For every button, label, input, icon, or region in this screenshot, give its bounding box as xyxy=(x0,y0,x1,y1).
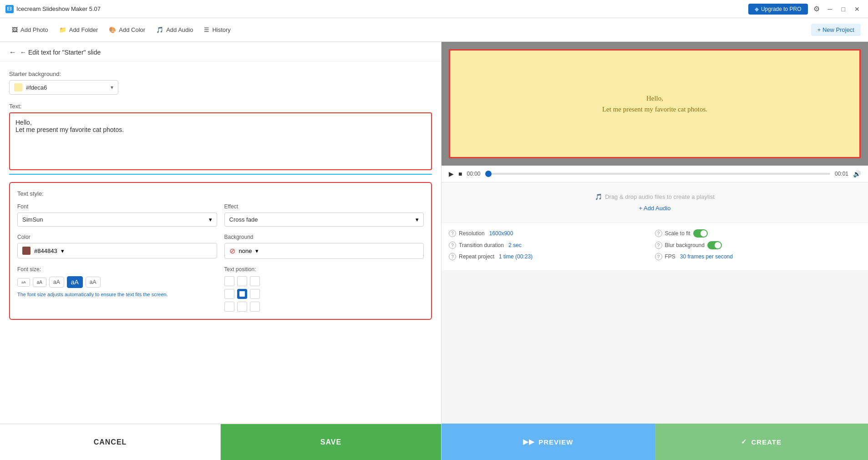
repeat-help[interactable]: ? xyxy=(449,253,456,260)
new-project-button[interactable]: + New Project xyxy=(811,24,861,36)
font-size-xs[interactable]: aA xyxy=(17,278,30,287)
preview-button[interactable]: ▶▶ PREVIEW xyxy=(442,424,655,460)
font-value: SimSun xyxy=(22,216,209,223)
maximize-button[interactable]: □ xyxy=(839,5,848,14)
bg-text-label: Background xyxy=(224,234,424,240)
progress-dot xyxy=(485,171,492,177)
pos-top-right[interactable] xyxy=(250,276,260,286)
cancel-button[interactable]: CANCEL xyxy=(0,424,221,460)
minimize-button[interactable]: ─ xyxy=(825,5,835,14)
settings-section: ? Resolution 1600x900 ? Scale to fit ? T… xyxy=(442,223,868,270)
add-color-button[interactable]: 🎨 Add Color xyxy=(104,24,150,36)
add-folder-button[interactable]: 📁 Add Folder xyxy=(55,24,103,36)
transition-item: ? Transition duration 2 sec xyxy=(449,241,655,249)
app-logo: 🎞 Icecream Slideshow Maker 5.07 xyxy=(5,5,101,13)
dropdown-arrow-icon: ▾ xyxy=(111,84,113,91)
title-bar: 🎞 Icecream Slideshow Maker 5.07 ◆ Upgrad… xyxy=(0,0,868,18)
color-swatch xyxy=(22,247,30,255)
text-input[interactable]: Hello, Let me present my favorite cat ph… xyxy=(10,113,431,168)
no-bg-icon: ⊘ xyxy=(229,247,235,255)
progress-bar[interactable] xyxy=(485,173,830,175)
scale-toggle[interactable] xyxy=(693,229,708,238)
transition-help[interactable]: ? xyxy=(449,242,456,249)
blur-item: ? Blur background xyxy=(655,241,861,249)
background-color-value: #fdeca6 xyxy=(26,84,107,91)
background-section: Starter background: #fdeca6 ▾ xyxy=(9,71,432,95)
bg-arrow: ▾ xyxy=(255,248,259,254)
pos-mid-left[interactable] xyxy=(224,289,234,299)
position-label: Text position: xyxy=(224,266,424,273)
diamond-icon: ◆ xyxy=(755,6,759,12)
stop-button[interactable]: ■ xyxy=(458,170,462,177)
color-dropdown[interactable]: #844843 ▾ xyxy=(17,243,217,258)
save-button[interactable]: SAVE xyxy=(221,424,441,460)
pos-top-left[interactable] xyxy=(224,276,234,286)
font-label: Font xyxy=(17,203,217,210)
blur-help[interactable]: ? xyxy=(655,242,662,249)
settings-button[interactable]: ⚙ xyxy=(813,5,820,13)
background-label: Starter background: xyxy=(9,71,432,77)
effect-value: Cross fade xyxy=(229,216,416,223)
add-audio-button[interactable]: 🎵 Add Audio xyxy=(152,24,198,36)
background-color-dropdown[interactable]: #fdeca6 ▾ xyxy=(9,80,118,95)
back-link[interactable]: ← ← Edit text for "Starter" slide xyxy=(9,48,432,56)
background-color-swatch xyxy=(14,83,22,91)
bg-dropdown[interactable]: ⊘ none ▾ xyxy=(224,243,424,259)
main-layout: ← ← Edit text for "Starter" slide Starte… xyxy=(0,42,868,460)
history-icon: ☰ xyxy=(204,26,209,33)
text-style-box: Text style: Font SimSun ▾ Effect xyxy=(9,182,432,320)
resolution-help[interactable]: ? xyxy=(449,230,456,237)
time-end: 00:01 xyxy=(835,171,848,177)
right-panel: Hello, Let me present my favorite cat ph… xyxy=(442,42,868,460)
history-button[interactable]: ☰ History xyxy=(199,24,235,36)
close-button[interactable]: ✕ xyxy=(852,5,863,14)
add-audio-link[interactable]: + Add Audio xyxy=(449,205,861,212)
play-button[interactable]: ▶ xyxy=(449,170,454,177)
font-size-xl[interactable]: aA xyxy=(86,277,101,288)
font-dropdown[interactable]: SimSun ▾ xyxy=(17,212,217,227)
effect-dropdown-arrow: ▾ xyxy=(416,216,419,223)
blur-toggle[interactable] xyxy=(707,241,722,249)
font-column: Font SimSun ▾ xyxy=(17,203,217,227)
bottom-buttons: CANCEL SAVE xyxy=(0,424,441,460)
left-panel: ← ← Edit text for "Starter" slide Starte… xyxy=(0,42,442,460)
effect-dropdown[interactable]: Cross fade ▾ xyxy=(224,212,424,227)
transition-label: Transition duration xyxy=(459,242,504,248)
text-label: Text: xyxy=(9,103,432,110)
create-button[interactable]: ✓ CREATE xyxy=(655,424,868,460)
pos-top-center[interactable] xyxy=(237,276,247,286)
font-size-lg[interactable]: aA xyxy=(67,276,83,288)
pos-mid-right[interactable] xyxy=(250,289,260,299)
preview-icon: ▶▶ xyxy=(523,438,535,446)
blur-label: Blur background xyxy=(665,242,705,248)
pos-bot-right[interactable] xyxy=(250,302,260,312)
pos-mid-center[interactable] xyxy=(237,289,247,299)
settings-row-1: ? Resolution 1600x900 ? Scale to fit xyxy=(449,229,861,238)
pos-bot-center[interactable] xyxy=(237,302,247,312)
text-style-label: Text style: xyxy=(17,190,424,197)
font-size-label: Font size: xyxy=(17,266,217,273)
upgrade-button[interactable]: ◆ Upgrade to PRO xyxy=(748,4,808,15)
add-photo-button[interactable]: 🖼 Add Photo xyxy=(7,24,53,36)
transition-value: 2 sec xyxy=(508,242,522,248)
app-title: Icecream Slideshow Maker 5.07 xyxy=(16,5,101,12)
audio-placeholder: 🎵 Drag & drop audio files to create a pl… xyxy=(449,193,861,200)
action-buttons: ▶▶ PREVIEW ✓ CREATE xyxy=(442,424,868,460)
pos-bot-left[interactable] xyxy=(224,302,234,312)
volume-icon[interactable]: 🔊 xyxy=(853,170,861,177)
color-hex: #844843 xyxy=(34,248,57,254)
settings-row-3: ? Repeat project 1 time (00:23) ? FPS 30… xyxy=(449,253,861,260)
edit-title: ← Edit text for "Starter" slide xyxy=(20,49,101,56)
scale-help[interactable]: ? xyxy=(655,230,662,237)
toolbar: 🖼 Add Photo 📁 Add Folder 🎨 Add Color 🎵 A… xyxy=(0,18,868,42)
font-size-sm[interactable]: aA xyxy=(33,278,46,287)
create-icon: ✓ xyxy=(741,438,747,446)
font-size-md[interactable]: aA xyxy=(49,277,64,288)
preview-text: Hello, Let me present my favorite cat ph… xyxy=(602,93,707,115)
fps-label: FPS xyxy=(665,253,675,260)
bg-value: none xyxy=(239,248,252,254)
edit-content: Starter background: #fdeca6 ▾ Text: Hell… xyxy=(0,61,441,424)
resolution-item: ? Resolution 1600x900 xyxy=(449,229,655,238)
fps-help[interactable]: ? xyxy=(655,253,662,260)
repeat-value: 1 time (00:23) xyxy=(499,253,533,260)
